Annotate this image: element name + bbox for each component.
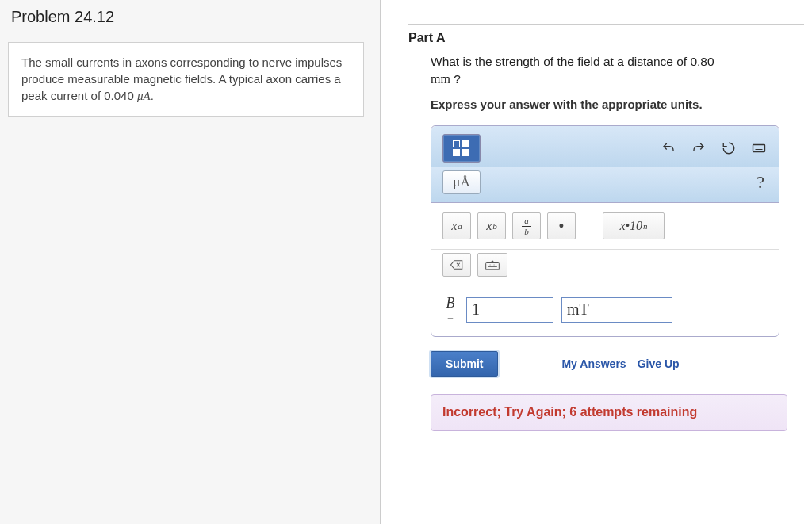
question-qmark: ? — [450, 72, 461, 86]
reset-icon[interactable] — [720, 140, 737, 157]
op-xa-sup: a — [458, 221, 462, 231]
problem-title: Problem 24.12 — [8, 8, 364, 26]
equation-editor: μÅ ? xa xb a b — [431, 125, 779, 337]
superscript-button[interactable]: xa — [442, 212, 471, 239]
submit-button[interactable]: Submit — [431, 351, 498, 377]
backspace-button[interactable] — [442, 253, 471, 277]
subscript-button[interactable]: xb — [477, 212, 506, 239]
fraction-button[interactable]: a b — [512, 212, 541, 239]
answer-value-input[interactable] — [466, 297, 553, 323]
keyboard-button-small[interactable] — [477, 253, 508, 277]
part-title: Part A — [408, 31, 804, 45]
answer-panel: Part A What is the strength of the field… — [381, 0, 812, 524]
template-palette-button[interactable] — [442, 134, 481, 163]
problem-sidebar: Problem 24.12 The small currents in axon… — [0, 0, 381, 524]
operator-row-2 — [431, 250, 779, 288]
problem-punct: . — [151, 89, 154, 102]
scientific-notation-button[interactable]: x•10n — [603, 212, 665, 239]
svg-rect-1 — [486, 263, 500, 270]
give-up-link[interactable]: Give Up — [638, 358, 680, 370]
answer-variable-label: B = — [442, 296, 458, 323]
frac-top: a — [524, 216, 529, 225]
svg-rect-0 — [753, 145, 765, 152]
unit-chip-button[interactable]: μÅ — [442, 170, 481, 194]
feedback-message: Incorrect; Try Again; 6 attempts remaini… — [431, 394, 787, 431]
op-xb-sub: b — [492, 221, 497, 231]
dot-char: • — [559, 218, 564, 235]
redo-icon[interactable] — [690, 140, 707, 157]
dot-button[interactable]: • — [547, 212, 576, 239]
editor-toolbar-top — [431, 126, 779, 167]
answer-eq: = — [442, 312, 458, 323]
submit-row: Submit My Answers Give Up — [431, 351, 804, 377]
sci-sup: n — [643, 221, 648, 231]
unit-chip-label: μÅ — [453, 174, 469, 190]
operator-row: xa xb a b • — [431, 203, 779, 250]
op-xa-base: x — [451, 219, 457, 233]
keyboard-icon[interactable] — [750, 140, 768, 157]
problem-text: The small currents in axons correspondin… — [21, 55, 342, 102]
my-answers-link[interactable]: My Answers — [561, 358, 626, 370]
editor-toolbar-mid: μÅ ? — [431, 167, 779, 203]
answer-row: B = — [431, 288, 779, 336]
question-text: What is the strength of the field at a d… — [431, 53, 804, 88]
instruction: Express your answer with the appropriate… — [431, 98, 804, 111]
undo-icon[interactable] — [660, 140, 677, 157]
op-xb-base: x — [486, 219, 492, 233]
mu-a-var: μA — [137, 90, 151, 102]
help-icon[interactable]: ? — [756, 172, 768, 193]
answer-unit-input[interactable] — [561, 297, 672, 323]
problem-description: The small currents in axons correspondin… — [8, 42, 364, 117]
answer-symbol: B — [442, 296, 458, 312]
frac-bot: b — [524, 228, 529, 236]
question-line1: What is the strength of the field at a d… — [431, 55, 714, 68]
question-unit-mm: mm — [431, 72, 450, 86]
sci-base: x•10 — [619, 219, 642, 233]
